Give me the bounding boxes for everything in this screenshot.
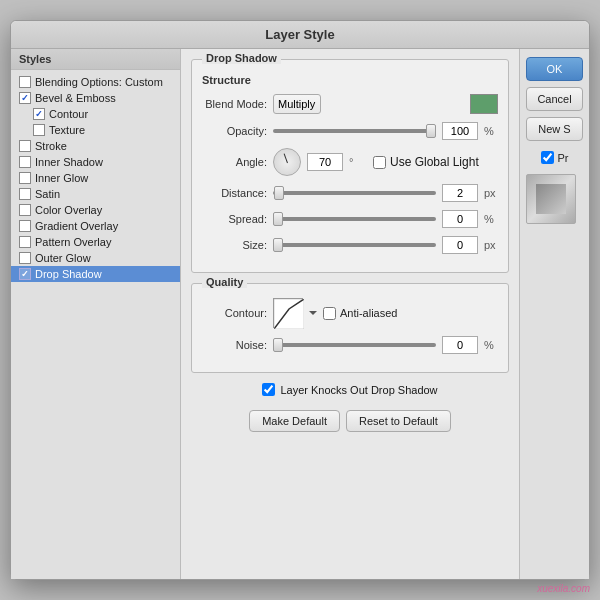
noise-slider[interactable]: [273, 343, 436, 347]
spread-input[interactable]: [442, 210, 478, 228]
right-panel: OK Cancel New S Pr: [519, 49, 589, 579]
blending-label: Blending Options: Custom: [35, 76, 163, 88]
sidebar-item-outer-glow[interactable]: Outer Glow: [11, 250, 180, 266]
sidebar-item-drop-shadow[interactable]: Drop Shadow: [11, 266, 180, 282]
bevel-label: Bevel & Emboss: [35, 92, 116, 104]
noise-slider-container: [273, 343, 436, 347]
structure-label: Structure: [202, 74, 498, 86]
styles-header: Styles: [11, 49, 180, 70]
stroke-label: Stroke: [35, 140, 67, 152]
sidebar-item-gradient-overlay[interactable]: Gradient Overlay: [11, 218, 180, 234]
anti-aliased-checkbox[interactable]: [323, 307, 336, 320]
size-row: Size: px: [202, 236, 498, 254]
sidebar-item-blending-options[interactable]: Blending Options: Custom: [11, 74, 180, 90]
sidebar-item-texture[interactable]: Texture: [11, 122, 180, 138]
outer-glow-checkbox: [19, 252, 31, 264]
drop-shadow-section-label: Drop Shadow: [202, 52, 281, 64]
noise-unit: %: [484, 339, 498, 351]
bevel-checkbox: [19, 92, 31, 104]
sidebar-item-color-overlay[interactable]: Color Overlay: [11, 202, 180, 218]
contour-arrow[interactable]: [309, 306, 317, 320]
opacity-input[interactable]: [442, 122, 478, 140]
make-default-button[interactable]: Make Default: [249, 410, 340, 432]
svg-marker-2: [309, 311, 317, 315]
preview-checkbox[interactable]: [541, 151, 554, 164]
blending-checkbox: [19, 76, 31, 88]
layer-knocks-checkbox[interactable]: [262, 383, 275, 396]
anti-aliased-wrapper: Anti-aliased: [323, 307, 397, 320]
angle-unit: °: [349, 156, 363, 168]
main-content: Drop Shadow Structure Blend Mode: Multip…: [181, 49, 519, 579]
stroke-checkbox: [19, 140, 31, 152]
texture-checkbox: [33, 124, 45, 136]
reset-default-button[interactable]: Reset to Default: [346, 410, 451, 432]
sidebar-item-contour[interactable]: Contour: [11, 106, 180, 122]
pattern-overlay-label: Pattern Overlay: [35, 236, 111, 248]
sidebar-item-inner-glow[interactable]: Inner Glow: [11, 170, 180, 186]
opacity-row: Opacity: %: [202, 122, 498, 140]
distance-slider[interactable]: [273, 191, 436, 195]
styles-panel: Styles Blending Options: Custom Bevel & …: [11, 49, 181, 579]
opacity-slider-container: [273, 129, 436, 133]
footer-buttons: Make Default Reset to Default: [191, 404, 509, 436]
cancel-button[interactable]: Cancel: [526, 87, 583, 111]
satin-label: Satin: [35, 188, 60, 200]
spread-slider[interactable]: [273, 217, 436, 221]
angle-label: Angle:: [202, 156, 267, 168]
spread-slider-container: [273, 217, 436, 221]
angle-needle: [284, 153, 288, 163]
global-light-checkbox[interactable]: [373, 156, 386, 169]
global-light-wrapper: Use Global Light: [373, 155, 479, 169]
satin-checkbox: [19, 188, 31, 200]
preview-inner: [536, 184, 566, 214]
sidebar-item-bevel-emboss[interactable]: Bevel & Emboss: [11, 90, 180, 106]
inner-glow-label: Inner Glow: [35, 172, 88, 184]
distance-label: Distance:: [202, 187, 267, 199]
noise-label: Noise:: [202, 339, 267, 351]
contour-label: Contour: [49, 108, 88, 120]
styles-list: Blending Options: Custom Bevel & Emboss …: [11, 70, 180, 286]
inner-glow-checkbox: [19, 172, 31, 184]
distance-row: Distance: px: [202, 184, 498, 202]
outer-glow-label: Outer Glow: [35, 252, 91, 264]
contour-label: Contour:: [202, 307, 267, 319]
preview-label: Pr: [558, 152, 569, 164]
contour-thumbnail[interactable]: [273, 298, 303, 328]
contour-checkbox: [33, 108, 45, 120]
spread-unit: %: [484, 213, 498, 225]
inner-shadow-label: Inner Shadow: [35, 156, 103, 168]
distance-unit: px: [484, 187, 498, 199]
size-label: Size:: [202, 239, 267, 251]
spread-row: Spread: %: [202, 210, 498, 228]
drop-shadow-checkbox: [19, 268, 31, 280]
size-input[interactable]: [442, 236, 478, 254]
angle-dial[interactable]: [273, 148, 301, 176]
opacity-unit: %: [484, 125, 498, 137]
size-unit: px: [484, 239, 498, 251]
preview-box: [526, 174, 576, 224]
sidebar-item-satin[interactable]: Satin: [11, 186, 180, 202]
angle-input[interactable]: [307, 153, 343, 171]
svg-rect-0: [274, 299, 304, 329]
preview-wrapper: Pr: [526, 151, 583, 164]
distance-input[interactable]: [442, 184, 478, 202]
ok-button[interactable]: OK: [526, 57, 583, 81]
gradient-overlay-checkbox: [19, 220, 31, 232]
size-slider[interactable]: [273, 243, 436, 247]
opacity-slider[interactable]: [273, 129, 436, 133]
sidebar-item-inner-shadow[interactable]: Inner Shadow: [11, 154, 180, 170]
new-style-button[interactable]: New S: [526, 117, 583, 141]
noise-input[interactable]: [442, 336, 478, 354]
layer-knocks-row: Layer Knocks Out Drop Shadow: [191, 383, 509, 396]
sidebar-item-pattern-overlay[interactable]: Pattern Overlay: [11, 234, 180, 250]
color-overlay-label: Color Overlay: [35, 204, 102, 216]
opacity-label: Opacity:: [202, 125, 267, 137]
contour-row: Contour:: [202, 298, 498, 328]
blend-mode-select[interactable]: Multiply Normal Screen Overlay Darken Li…: [273, 94, 321, 114]
inner-shadow-checkbox: [19, 156, 31, 168]
blend-mode-row: Blend Mode: Multiply Normal Screen Overl…: [202, 94, 498, 114]
sidebar-item-stroke[interactable]: Stroke: [11, 138, 180, 154]
layer-style-dialog: Layer Style Styles Blending Options: Cus…: [10, 20, 590, 580]
noise-row: Noise: %: [202, 336, 498, 354]
blend-color-swatch[interactable]: [470, 94, 498, 114]
